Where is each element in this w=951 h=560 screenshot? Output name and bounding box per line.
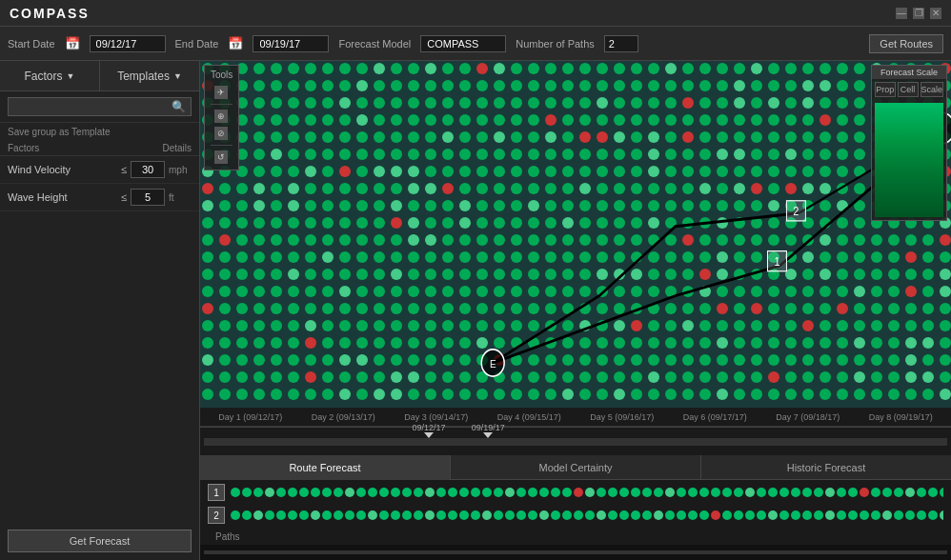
path-dot — [619, 510, 629, 520]
path-dot — [265, 488, 274, 497]
num-paths-input[interactable] — [604, 35, 638, 52]
path-dot — [699, 488, 709, 497]
path-dot — [631, 488, 640, 497]
path-dot — [894, 510, 903, 520]
end-date-label: End Date — [175, 38, 219, 50]
path-dot — [345, 510, 354, 520]
path-dot — [677, 510, 686, 520]
path-dot — [528, 510, 537, 520]
path-dot — [368, 510, 377, 520]
day-label-3: Day 3 (09/14/17) — [390, 412, 483, 422]
factor-name-wave: Wave Height — [8, 191, 117, 203]
num-paths-label: Number of Paths — [516, 38, 595, 50]
path-dot — [471, 510, 480, 520]
close-button[interactable]: ✕ — [930, 8, 941, 19]
tool-add[interactable]: ⊕ — [211, 108, 233, 125]
path-number-1: 1 — [208, 484, 225, 501]
path-dot — [882, 510, 892, 520]
maximize-button[interactable]: ❐ — [913, 8, 924, 19]
path-dot — [814, 510, 823, 520]
get-routes-button[interactable]: Get Routes — [869, 34, 943, 53]
path-dot — [802, 488, 812, 497]
tools-panel: Tools ✈ ⊕ ⊘ ↺ — [204, 65, 239, 170]
path-dot — [871, 488, 880, 497]
bottom-tabs: Route Forecast Model Certainty Historic … — [200, 455, 951, 480]
path-dot — [779, 510, 789, 520]
forecast-model-input[interactable] — [420, 35, 506, 52]
path-dot — [791, 488, 800, 497]
tool-reset[interactable]: ↺ — [211, 149, 233, 166]
tab-model-certainty[interactable]: Model Certainty — [451, 455, 701, 480]
tab-route-forecast[interactable]: Route Forecast — [200, 455, 451, 480]
path-dot — [745, 510, 755, 520]
path-dot — [745, 488, 755, 497]
timeline-track[interactable]: 09/12/17 09/19/17 — [204, 438, 947, 446]
minimize-button[interactable]: — — [896, 8, 907, 19]
factors-tab-label: Factors — [25, 70, 63, 83]
path-dot — [459, 510, 469, 520]
path-dot — [734, 510, 743, 520]
search-input[interactable] — [8, 97, 192, 116]
templates-tab[interactable]: Templates ▼ — [100, 61, 199, 90]
path-dot — [459, 488, 469, 497]
map-area[interactable]: Tools ✈ ⊕ ⊘ ↺ Forecast Scale — [200, 61, 951, 408]
path-dot — [505, 488, 515, 497]
path-dot — [940, 510, 943, 520]
forecast-model-label: Forecast Model — [338, 38, 411, 50]
path-dot — [425, 510, 435, 520]
tab-historic-forecast-label: Historic Forecast — [787, 462, 866, 473]
path-dot — [757, 510, 766, 520]
forecast-scale-title: Forecast Scale — [872, 66, 946, 79]
factors-tab[interactable]: Factors ▼ — [0, 61, 100, 90]
path-dot — [860, 488, 869, 497]
path-dot — [334, 488, 343, 497]
path-dot — [928, 510, 938, 520]
path-dot — [837, 510, 846, 520]
tool-separator-2 — [211, 145, 233, 146]
day-label-2: Day 2 (09/13/17) — [297, 412, 391, 422]
toolbar: Start Date 📅 End Date 📅 Forecast Model N… — [0, 27, 951, 61]
scale-prop-btn[interactable]: Prop — [875, 82, 896, 97]
path-dot — [905, 510, 915, 520]
tab-model-certainty-label: Model Certainty — [538, 462, 612, 473]
forecast-scale: Forecast Scale Prop Cell Scale — [871, 65, 947, 221]
factor-value-wind[interactable] — [131, 161, 165, 178]
path-dot — [528, 488, 537, 497]
tool-remove[interactable]: ⊘ — [211, 125, 233, 142]
path-dot — [334, 510, 343, 520]
path-dot — [654, 488, 663, 497]
start-date-calendar-icon[interactable]: 📅 — [65, 36, 80, 50]
start-date-input[interactable] — [90, 35, 166, 52]
path-dot — [814, 488, 823, 497]
path-dot — [608, 510, 617, 520]
path-dot — [516, 510, 526, 520]
get-forecast-button[interactable]: Get Forecast — [8, 530, 192, 552]
path-dot — [436, 510, 446, 520]
path-dot — [905, 488, 915, 497]
bottom-timeline[interactable] — [200, 545, 951, 560]
timeline-bar[interactable]: 09/12/17 09/19/17 — [200, 427, 951, 455]
path-dot — [368, 488, 377, 497]
path-dot — [791, 510, 800, 520]
factor-unit-wind: mph — [169, 165, 192, 175]
app-title: COMPASS — [10, 6, 90, 21]
search-row: 🔍 — [0, 91, 199, 123]
path-dot — [253, 488, 263, 497]
paths-content: 1 2 Paths — [200, 480, 951, 545]
end-date-calendar-icon[interactable]: 📅 — [228, 36, 243, 50]
tab-historic-forecast[interactable]: Historic Forecast — [701, 455, 951, 480]
templates-tab-chevron: ▼ — [173, 71, 182, 81]
path-dot — [276, 488, 286, 497]
factor-value-wave[interactable] — [131, 189, 165, 206]
tool-select[interactable]: ✈ — [211, 84, 233, 101]
path-dots-2 — [231, 509, 943, 522]
path-dot — [379, 488, 389, 497]
path-dot — [253, 510, 263, 520]
scale-scale-btn[interactable]: Scale — [921, 82, 944, 97]
tab-route-forecast-label: Route Forecast — [289, 462, 360, 473]
scale-bar — [875, 103, 943, 217]
end-date-input[interactable] — [253, 35, 329, 52]
path-dot — [356, 488, 366, 497]
bottom-timeline-track[interactable] — [204, 550, 947, 554]
scale-cell-btn[interactable]: Cell — [898, 82, 919, 97]
